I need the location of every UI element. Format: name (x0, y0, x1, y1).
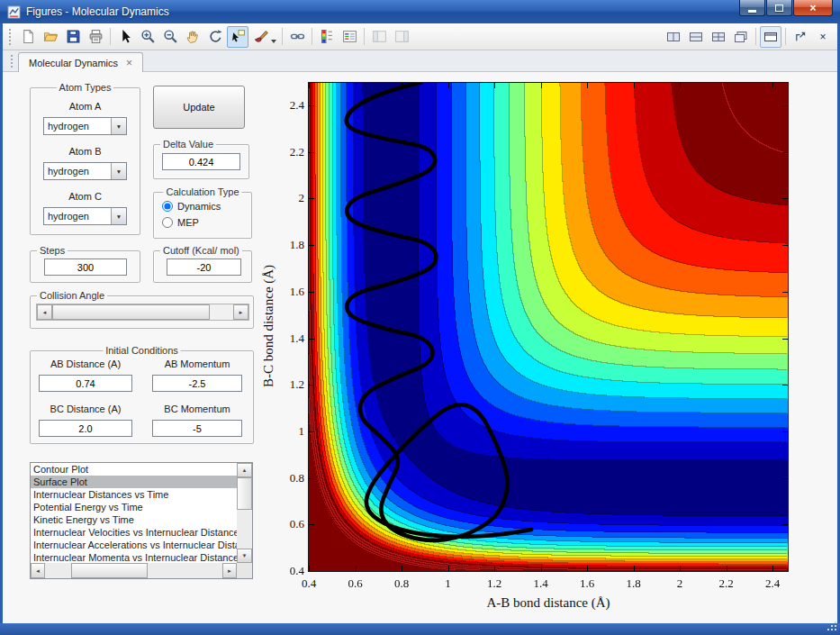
initial-conditions-group: Initial Conditions AB Distance (A) AB Mo… (30, 350, 254, 444)
list-item[interactable]: Surface Plot (31, 476, 237, 488)
save-figure-button[interactable] (62, 26, 84, 48)
tab-close-icon[interactable] (126, 58, 132, 68)
titlebar[interactable]: Figures - Molecular Dynamics × (0, 0, 840, 23)
maximize-button[interactable] (766, 0, 792, 16)
cutoff-group: Cutoff (Kcal/ mol) (153, 250, 252, 283)
brush-dropdown-icon[interactable] (271, 40, 276, 43)
atom-a-select[interactable]: hydrogen (43, 117, 127, 135)
scroll-left-icon[interactable] (37, 304, 52, 320)
scroll-down-icon[interactable] (237, 549, 252, 563)
x-tick-label: 1.6 (574, 576, 601, 591)
toolbar-grip[interactable] (8, 28, 12, 46)
show-plot-tools-button[interactable] (391, 26, 412, 48)
list-horizontal-scrollbar[interactable] (31, 563, 237, 578)
window-caption-buttons: × (739, 0, 833, 16)
figure-window: Figures - Molecular Dynamics × (0, 0, 840, 635)
window-bottom-frame (0, 623, 840, 635)
x-tick-label: 1.2 (481, 576, 508, 591)
atom-c-select[interactable]: hydrogen (43, 207, 127, 225)
list-item[interactable]: Internuclear Momenta vs Internuclear Dis… (31, 551, 237, 563)
data-cursor-button[interactable] (227, 26, 248, 48)
ab-distance-input[interactable] (39, 375, 132, 392)
atom-c-label: Atom C (31, 191, 140, 202)
new-figure-button[interactable] (17, 26, 39, 48)
y-tick-label: 1.6 (275, 285, 304, 299)
x-tick-label: 1 (435, 576, 462, 591)
ab-distance-label: AB Distance (A) (39, 358, 132, 369)
scroll-right-icon[interactable] (222, 563, 237, 578)
toolbar-separator (785, 28, 786, 45)
list-item[interactable]: Kinetic Energy vs Time (31, 513, 237, 526)
chevron-down-icon[interactable] (111, 208, 126, 224)
open-file-button[interactable] (40, 26, 61, 48)
bc-momentum-label: BC Momentum (152, 404, 242, 414)
atom-b-select[interactable]: hydrogen (43, 162, 127, 180)
link-plots-button[interactable] (286, 26, 308, 48)
atom-types-group: Atom Types Atom A hydrogen Atom B hydrog… (30, 87, 140, 235)
group-title: Steps (37, 245, 68, 256)
group-title: Initial Conditions (103, 345, 181, 356)
list-item[interactable]: Internuclear Accelerations vs Internucle… (31, 539, 237, 551)
bc-distance-input[interactable] (39, 420, 132, 437)
x-tick-label: 0.4 (295, 576, 322, 591)
tile-columns-button[interactable] (663, 26, 684, 48)
collision-angle-scrollbar[interactable] (36, 304, 249, 321)
tile-rows-button[interactable] (685, 26, 707, 48)
delta-value-input[interactable] (162, 153, 240, 170)
rotate-3d-button[interactable] (204, 26, 226, 48)
list-vertical-scrollbar[interactable] (237, 463, 252, 563)
print-figure-button[interactable] (85, 26, 106, 48)
dynamics-radio-row[interactable]: Dynamics (162, 201, 221, 212)
cutoff-input[interactable] (167, 259, 241, 276)
list-item[interactable]: Internuclear Distances vs Time (31, 488, 237, 501)
scrollbar-thumb[interactable] (237, 477, 252, 510)
zoom-out-button[interactable] (159, 26, 181, 48)
chevron-down-icon[interactable] (111, 163, 126, 179)
contour-plot-canvas[interactable] (308, 82, 789, 572)
scroll-left-icon[interactable] (31, 563, 45, 578)
toolbar-separator (755, 28, 756, 45)
y-tick-label: 1 (275, 424, 304, 439)
zoom-in-button[interactable] (137, 26, 158, 48)
x-tick-label: 0.6 (342, 576, 369, 591)
tabstrip-grip[interactable] (10, 54, 14, 68)
dynamics-radio-label: Dynamics (177, 201, 221, 212)
scrollbar-thumb[interactable] (52, 304, 210, 320)
dynamics-radio[interactable] (162, 201, 173, 212)
steps-input[interactable] (44, 259, 127, 276)
y-tick-label: 2.2 (275, 145, 304, 159)
minimize-button[interactable] (739, 0, 765, 16)
list-item[interactable]: Contour Plot (31, 463, 237, 476)
mep-radio-row[interactable]: MEP (162, 217, 199, 228)
delta-value-group: Delta Value (153, 144, 249, 179)
scroll-right-icon[interactable] (233, 304, 248, 320)
list-item[interactable]: Internuclear Velocities vs Internuclear … (31, 526, 237, 539)
update-button[interactable]: Update (153, 86, 245, 129)
tab-molecular-dynamics[interactable]: Molecular Dynamics (18, 52, 143, 72)
resize-grip[interactable] (826, 621, 836, 632)
brush-button[interactable] (249, 26, 271, 48)
x-tick-label: 2 (666, 576, 693, 591)
minimize-icon (748, 10, 756, 13)
list-item[interactable]: Potential Energy vs Time (31, 501, 237, 513)
close-figure-icon[interactable] (812, 26, 834, 48)
undock-icon[interactable] (790, 26, 811, 48)
atom-a-value: hydrogen (44, 118, 111, 134)
scroll-up-icon[interactable] (237, 463, 252, 477)
chevron-down-icon[interactable] (111, 118, 126, 134)
plot-type-listbox[interactable]: Contour PlotSurface PlotInternuclear Dis… (30, 462, 253, 579)
edit-plot-button[interactable] (114, 26, 136, 48)
insert-colorbar-button[interactable] (316, 26, 338, 48)
hide-plot-tools-button[interactable] (368, 26, 390, 48)
float-windows-button[interactable] (730, 26, 752, 48)
bc-momentum-input[interactable] (152, 420, 242, 437)
insert-legend-button[interactable] (339, 26, 360, 48)
pan-button[interactable] (182, 26, 203, 48)
ab-momentum-input[interactable] (152, 375, 242, 392)
y-tick-label: 2.4 (275, 98, 304, 113)
maximize-view-button[interactable] (760, 26, 781, 48)
mep-radio[interactable] (162, 217, 173, 228)
close-button[interactable]: × (793, 0, 833, 16)
tile-grid-button[interactable] (708, 26, 729, 48)
scrollbar-thumb[interactable] (71, 563, 148, 578)
